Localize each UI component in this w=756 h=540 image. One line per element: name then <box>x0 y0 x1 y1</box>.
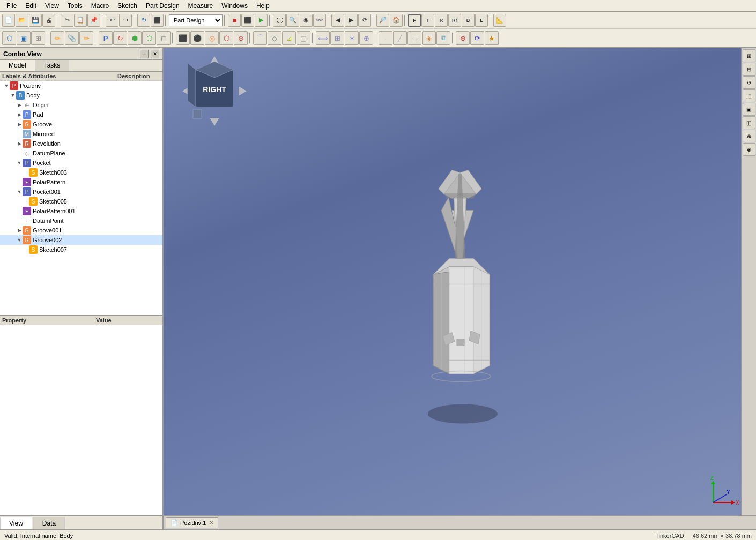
zoom-mag-button[interactable]: 🔎 <box>376 14 389 27</box>
view-front-button[interactable]: F <box>408 14 421 27</box>
view-top-button[interactable]: T <box>421 14 434 27</box>
rt-btn-3[interactable]: ↺ <box>743 76 755 89</box>
pocket-button[interactable]: ⬛ <box>176 31 190 45</box>
print-button[interactable]: 🖨 <box>42 14 55 27</box>
navigation-cube[interactable]: RIGHT <box>180 54 249 129</box>
cut-button[interactable]: ✂ <box>61 14 73 27</box>
tab-model[interactable]: Model <box>0 60 35 71</box>
draw-style-button[interactable]: ◉ <box>300 14 313 27</box>
rt-btn-8[interactable]: ⊗ <box>743 143 755 156</box>
tree-item-pocket[interactable]: ▼ P Pocket <box>0 158 162 168</box>
tree-item-groove002[interactable]: ▼ G Groove002 <box>0 235 162 245</box>
save-button[interactable]: 💾 <box>29 14 42 27</box>
expand-groove[interactable]: ▶ <box>16 121 23 128</box>
rt-btn-6[interactable]: ◫ <box>743 116 755 129</box>
view-home-button[interactable]: 🏠 <box>390 14 403 27</box>
hole-button[interactable]: ⚫ <box>190 31 204 45</box>
tree-item-mirrored[interactable]: ▶ M Mirrored <box>0 129 162 139</box>
tree-item-origin[interactable]: ▶ ⊕ Origin <box>0 100 162 110</box>
tree-item-polarpattern001[interactable]: ▶ ✶ PolarPattern001 <box>0 206 162 216</box>
rt-btn-5[interactable]: ▣ <box>743 103 755 116</box>
thickness2-button[interactable]: ▢ <box>297 31 310 45</box>
part-feature-button[interactable]: ⬡ <box>2 31 16 45</box>
tree-item-body[interactable]: ▼ B Body <box>0 91 162 100</box>
open-button[interactable]: 📂 <box>16 14 28 27</box>
subtractive-pipe-button[interactable]: ⊖ <box>234 31 248 45</box>
clone-button[interactable]: ⊞ <box>31 31 45 45</box>
vp-tab-close[interactable]: ✕ <box>209 520 213 526</box>
copy-button[interactable]: 📋 <box>74 14 87 27</box>
menu-tools[interactable]: Tools <box>63 1 87 11</box>
rt-btn-2[interactable]: ⊟ <box>743 63 755 76</box>
tree-item-sketch003[interactable]: ▶ S Sketch003 <box>0 168 162 177</box>
tab-view[interactable]: View <box>0 517 32 529</box>
additive-pipe-button[interactable]: ⬡ <box>142 31 156 45</box>
viewport-tab-pozidriv[interactable]: 📄 Pozidriv : 1 ✕ <box>166 518 218 528</box>
menu-measure[interactable]: Measure <box>184 1 218 11</box>
macro-play-button[interactable]: ▶ <box>255 14 268 27</box>
rt-btn-7[interactable]: ⊕ <box>743 130 755 142</box>
viewport[interactable]: RIGHT <box>164 48 756 529</box>
menu-edit[interactable]: Edit <box>21 1 41 11</box>
pad-button[interactable]: P <box>99 31 113 45</box>
migrate-button[interactable]: ⟳ <box>470 31 484 45</box>
sketch-new-button[interactable]: ✏ <box>50 31 64 45</box>
polar-pattern-button[interactable]: ✶ <box>345 31 359 45</box>
subtractive-loft-button[interactable]: ⬡ <box>219 31 233 45</box>
view-forward-button[interactable]: ▶ <box>345 14 358 27</box>
tree-item-groove001[interactable]: ▶ G Groove001 <box>0 226 162 235</box>
expand-revolution[interactable]: ▶ <box>16 140 23 147</box>
tree-item-sketch005[interactable]: ▶ S Sketch005 <box>0 197 162 206</box>
paste-button[interactable]: 📌 <box>87 14 100 27</box>
shape-binder-button[interactable]: ◈ <box>422 31 436 45</box>
menu-view[interactable]: View <box>41 1 63 11</box>
macro-record-button[interactable]: ⏺ <box>228 14 241 27</box>
rt-btn-1[interactable]: ⊞ <box>743 49 755 62</box>
menu-help[interactable]: Help <box>252 1 274 11</box>
expand-pocket[interactable]: ▼ <box>16 160 23 166</box>
view-bottom-button[interactable]: B <box>462 14 475 27</box>
datum-line-button[interactable]: ╱ <box>393 31 407 45</box>
tree-item-datumplane[interactable]: ▶ ◇ DatumPlane <box>0 148 162 158</box>
tree-item-datumpoint[interactable]: ▶ · DatumPoint <box>0 216 162 226</box>
menu-windows[interactable]: Windows <box>217 1 252 11</box>
tree-item-polarpattern[interactable]: ▶ ✶ PolarPattern <box>0 177 162 187</box>
macro-stop-button[interactable]: ⬛ <box>241 14 254 27</box>
boolean-button[interactable]: ⊕ <box>456 31 470 45</box>
new-file-button[interactable]: 📄 <box>2 14 15 27</box>
redo-button[interactable]: ↪ <box>119 14 132 27</box>
tree-item-pocket001[interactable]: ▼ P Pocket001 <box>0 187 162 197</box>
expand-pozidriv[interactable]: ▼ <box>3 82 10 89</box>
chamfer-button[interactable]: ◇ <box>268 31 281 45</box>
view-rear-button[interactable]: Rr <box>448 14 461 27</box>
part-design-extra-button[interactable]: ★ <box>485 31 499 45</box>
datum-plane-button[interactable]: ▭ <box>407 31 421 45</box>
multitransform-button[interactable]: ⊕ <box>359 31 373 45</box>
tree-item-pozidriv[interactable]: ▼ P Pozidriv <box>0 81 162 91</box>
linear-pattern-button[interactable]: ⊞ <box>330 31 344 45</box>
groove-button[interactable]: ◎ <box>205 31 219 45</box>
fillet-button[interactable]: ⌒ <box>253 31 267 45</box>
clone2-button[interactable]: ⧉ <box>436 31 450 45</box>
expand-origin[interactable]: ▶ <box>16 102 23 108</box>
view-sync-button[interactable]: ⟳ <box>358 14 371 27</box>
menu-file[interactable]: File <box>2 1 21 11</box>
measure-tool-button[interactable]: 📐 <box>493 14 506 27</box>
expand-pocket001[interactable]: ▼ <box>16 189 23 195</box>
mirrored-button[interactable]: ⟺ <box>316 31 330 45</box>
rt-btn-4[interactable]: ⬚ <box>743 89 755 102</box>
menu-macro[interactable]: Macro <box>87 1 113 11</box>
zoom-fit-button[interactable]: ⛶ <box>273 14 286 27</box>
view-right-button[interactable]: R <box>435 14 448 27</box>
undo-button[interactable]: ↩ <box>106 14 118 27</box>
sketch-edit-button[interactable]: ✏ <box>79 31 93 45</box>
menu-part-design[interactable]: Part Design <box>142 1 184 11</box>
tree-item-sketch007[interactable]: ▶ S Sketch007 <box>0 245 162 254</box>
stereo-button[interactable]: 👓 <box>313 14 326 27</box>
workbench-dropdown[interactable]: Part Design <box>169 14 223 26</box>
combo-close-button[interactable]: ✕ <box>151 50 159 58</box>
expand-groove001[interactable]: ▶ <box>16 227 23 234</box>
expand-body[interactable]: ▼ <box>10 92 16 99</box>
expand-pad[interactable]: ▶ <box>16 111 23 118</box>
zoom-select-button[interactable]: 🔍 <box>286 14 299 27</box>
